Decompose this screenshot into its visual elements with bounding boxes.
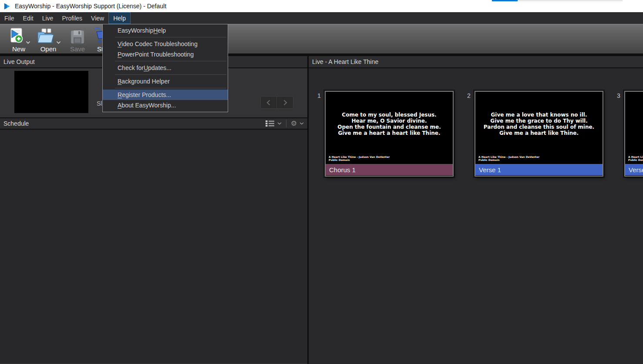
menu-live[interactable]: Live — [38, 12, 58, 24]
live-output-nav — [260, 96, 293, 109]
easyworship-logo-icon — [3, 3, 11, 10]
menu-item-about-easyworship[interactable]: About EasyWorship... — [103, 100, 228, 110]
slide-3-credits: A Heart Like Thine - Judson Van DeVenter… — [628, 155, 643, 161]
slide-2-number: 2 — [467, 92, 471, 99]
easyworship-window: EasyWorship - EasyWorship Support (Licen… — [0, 0, 643, 364]
save-button-label: Save — [70, 46, 85, 53]
schedule-title: Schedule — [3, 120, 266, 127]
open-button[interactable]: Open — [36, 27, 61, 53]
live-panel-title: Live - A Heart Like Thine — [312, 58, 640, 65]
slide-3-label[interactable]: Verse — [625, 164, 643, 175]
toolbar: New Open — [0, 24, 643, 55]
slide-3-card[interactable]: A Heart Like Thine - Judson Van DeVenter… — [624, 91, 643, 177]
slide-2-card[interactable]: Give me a love that knows no ill. Give m… — [475, 91, 603, 177]
chevron-left-icon — [265, 99, 272, 107]
slide-1-label[interactable]: Chorus 1 — [326, 164, 453, 175]
menu-edit[interactable]: Edit — [19, 12, 38, 24]
menu-item-easyworship-help[interactable]: EasyWorship Help — [103, 25, 228, 36]
menu-separator — [115, 61, 226, 61]
schedule-body[interactable] — [0, 130, 307, 363]
slide-2-lyrics: Give me a love that knows no ill. Give m… — [475, 112, 603, 136]
menu-separator — [115, 37, 226, 37]
menu-separator — [115, 88, 226, 88]
slide-3-number: 3 — [617, 92, 620, 99]
slide-2-label[interactable]: Verse 1 — [475, 164, 603, 175]
live-panel-header: Live - A Heart Like Thine — [309, 55, 643, 68]
save-button[interactable]: Save — [67, 27, 88, 53]
menu-profiles[interactable]: Profiles — [57, 12, 87, 24]
new-button[interactable]: New — [6, 27, 31, 53]
background-window-edge-gray — [518, 0, 623, 1]
slide-3-thumbnail: A Heart Like Thine - Judson Van DeVenter… — [625, 92, 643, 164]
menu-help[interactable]: Help — [108, 12, 131, 24]
schedule-header-icons: ⚙ — [266, 120, 304, 127]
slide-2-credits: A Heart Like Thine - Judson Van DeVenter… — [478, 155, 539, 161]
slide-2-thumbnail: Give me a love that knows no ill. Give m… — [475, 92, 603, 164]
new-button-label: New — [12, 46, 25, 53]
gear-icon[interactable]: ⚙ — [291, 120, 297, 127]
title-bar: EasyWorship - EasyWorship Support (Licen… — [0, 0, 643, 12]
background-window-edge — [492, 0, 623, 1]
slide-1-lyrics: Come to my soul, blessed Jesus. Hear me,… — [326, 112, 453, 136]
help-dropdown-menu: EasyWorship Help Video Codec Troubleshoo… — [102, 24, 228, 112]
menu-bar: File Edit Live Profiles View Help — [0, 12, 643, 24]
slide-1-credits: A Heart Like Thine - Judson Van DeVenter… — [329, 155, 390, 161]
menu-item-background-helper[interactable]: Background Helper — [103, 76, 228, 87]
live-output-preview[interactable] — [14, 71, 88, 113]
window-title: EasyWorship - EasyWorship Support (Licen… — [15, 3, 166, 10]
list-view-icon[interactable] — [266, 120, 275, 127]
menu-item-register-products[interactable]: Register Products... — [103, 90, 228, 100]
gear-chevron-icon[interactable] — [300, 122, 304, 125]
open-dropdown-chevron-icon[interactable] — [56, 41, 61, 44]
menu-file[interactable]: File — [0, 12, 19, 24]
menu-item-check-for-updates[interactable]: Check for Updates... — [103, 63, 228, 73]
next-slide-button[interactable] — [277, 96, 293, 109]
live-panel: Live - A Heart Like Thine 1 Come to my s… — [309, 55, 643, 364]
menu-item-video-codec-troubleshooting[interactable]: Video Codec Troubleshooting — [103, 39, 228, 49]
previous-slide-button[interactable] — [260, 96, 277, 109]
menu-item-powerpoint-troubleshooting[interactable]: PowerPoint Troubleshooting — [103, 49, 228, 60]
open-folder-icon — [36, 28, 55, 45]
menu-view[interactable]: View — [87, 12, 108, 24]
save-floppy-icon — [70, 29, 85, 45]
schedule-icons-divider — [286, 120, 286, 127]
list-view-chevron-icon[interactable] — [277, 122, 282, 125]
open-button-label: Open — [40, 46, 57, 53]
slide-1-number: 1 — [317, 92, 321, 99]
new-dropdown-chevron-icon[interactable] — [26, 41, 30, 44]
chevron-right-icon — [282, 99, 289, 107]
live-panel-body: 1 Come to my soul, blessed Jesus. Hear m… — [309, 68, 643, 362]
new-document-icon — [7, 27, 24, 45]
background-window-edge-blue — [492, 0, 518, 1]
slide-1-card[interactable]: Come to my soul, blessed Jesus. Hear me,… — [325, 91, 454, 177]
menu-separator — [115, 74, 226, 75]
slide-1-thumbnail: Come to my soul, blessed Jesus. Hear me,… — [326, 92, 453, 164]
schedule-header: Schedule ⚙ — [0, 117, 307, 130]
